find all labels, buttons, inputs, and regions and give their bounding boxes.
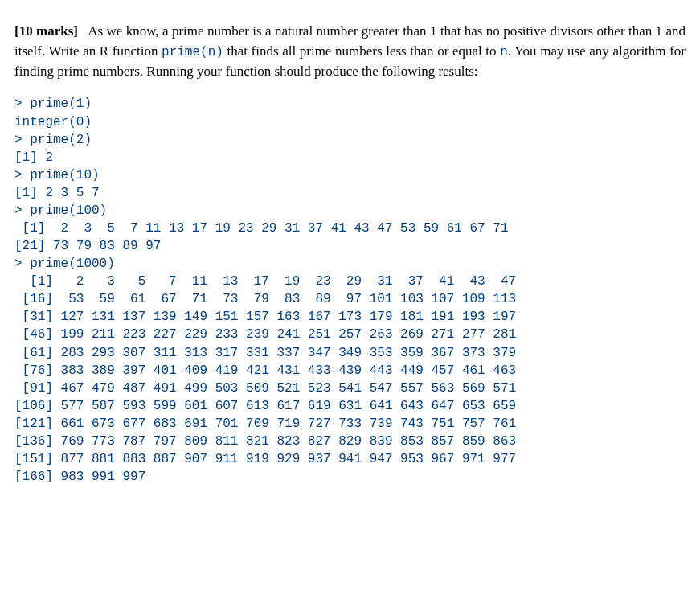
question-paragraph: [10 marks] As we know, a prime number is… [14, 22, 686, 81]
param-n: n [500, 45, 508, 59]
marks-label: [10 marks] [14, 23, 78, 39]
code-block: > prime(1) integer(0) > prime(2) [1] 2 >… [14, 95, 686, 486]
page-container: [10 marks] As we know, a prime number is… [0, 0, 700, 503]
function-name: prime(n) [162, 45, 223, 59]
paragraph-mid: that finds all prime numbers less than o… [223, 43, 500, 59]
